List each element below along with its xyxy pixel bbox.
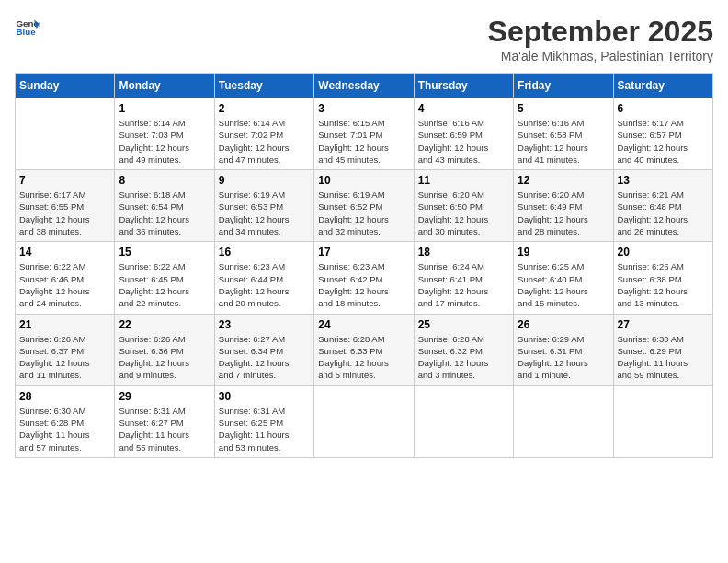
day-number: 5	[518, 102, 609, 115]
day-number: 29	[119, 390, 210, 403]
day-number: 18	[418, 246, 509, 259]
calendar-week-1: 1Sunrise: 6:14 AM Sunset: 7:03 PM Daylig…	[16, 98, 713, 170]
day-number: 28	[19, 390, 110, 403]
calendar-cell: 2Sunrise: 6:14 AM Sunset: 7:02 PM Daylig…	[214, 98, 313, 170]
calendar-week-3: 14Sunrise: 6:22 AM Sunset: 6:46 PM Dayli…	[16, 242, 713, 314]
calendar-header-monday: Monday	[115, 74, 214, 98]
month-title: September 2025	[488, 15, 713, 49]
calendar-cell: 22Sunrise: 6:26 AM Sunset: 6:36 PM Dayli…	[115, 314, 214, 385]
day-number: 26	[518, 318, 609, 331]
calendar-cell: 15Sunrise: 6:22 AM Sunset: 6:45 PM Dayli…	[115, 242, 214, 314]
day-number: 22	[119, 318, 210, 331]
day-number: 1	[119, 102, 210, 115]
day-number: 21	[19, 318, 110, 331]
day-number: 11	[418, 174, 509, 187]
day-info: Sunrise: 6:30 AM Sunset: 6:28 PM Dayligh…	[19, 405, 110, 454]
day-info: Sunrise: 6:25 AM Sunset: 6:40 PM Dayligh…	[518, 260, 609, 309]
day-number: 25	[418, 318, 509, 331]
day-number: 23	[219, 318, 310, 331]
day-number: 9	[219, 174, 310, 187]
day-info: Sunrise: 6:20 AM Sunset: 6:50 PM Dayligh…	[418, 189, 509, 237]
day-info: Sunrise: 6:15 AM Sunset: 7:01 PM Dayligh…	[318, 117, 409, 166]
calendar-cell: 21Sunrise: 6:26 AM Sunset: 6:37 PM Dayli…	[16, 314, 115, 385]
day-number: 30	[219, 390, 310, 403]
day-info: Sunrise: 6:16 AM Sunset: 6:58 PM Dayligh…	[518, 117, 609, 166]
day-number: 17	[318, 246, 409, 259]
calendar-cell: 28Sunrise: 6:30 AM Sunset: 6:28 PM Dayli…	[16, 385, 115, 457]
day-number: 14	[19, 246, 110, 259]
calendar-cell	[514, 385, 613, 457]
day-info: Sunrise: 6:29 AM Sunset: 6:31 PM Dayligh…	[518, 333, 609, 382]
calendar-cell: 25Sunrise: 6:28 AM Sunset: 6:32 PM Dayli…	[414, 314, 513, 385]
day-number: 2	[219, 102, 310, 115]
calendar-cell: 9Sunrise: 6:19 AM Sunset: 6:53 PM Daylig…	[214, 170, 313, 242]
calendar-cell: 5Sunrise: 6:16 AM Sunset: 6:58 PM Daylig…	[514, 98, 613, 170]
day-number: 6	[618, 102, 709, 115]
calendar-cell	[16, 98, 115, 170]
location-title: Ma'ale Mikhmas, Palestinian Territory	[488, 49, 713, 63]
calendar-week-5: 28Sunrise: 6:30 AM Sunset: 6:28 PM Dayli…	[16, 385, 713, 457]
day-info: Sunrise: 6:27 AM Sunset: 6:34 PM Dayligh…	[219, 333, 310, 382]
day-info: Sunrise: 6:31 AM Sunset: 6:25 PM Dayligh…	[219, 405, 310, 454]
calendar-cell	[314, 385, 414, 457]
day-info: Sunrise: 6:28 AM Sunset: 6:33 PM Dayligh…	[318, 333, 409, 382]
calendar-cell: 10Sunrise: 6:19 AM Sunset: 6:52 PM Dayli…	[314, 170, 414, 242]
calendar-cell: 7Sunrise: 6:17 AM Sunset: 6:55 PM Daylig…	[16, 170, 115, 242]
day-number: 12	[518, 174, 609, 187]
calendar-week-2: 7Sunrise: 6:17 AM Sunset: 6:55 PM Daylig…	[16, 170, 713, 242]
day-info: Sunrise: 6:17 AM Sunset: 6:55 PM Dayligh…	[19, 189, 110, 237]
calendar-table: SundayMondayTuesdayWednesdayThursdayFrid…	[15, 73, 713, 458]
day-info: Sunrise: 6:26 AM Sunset: 6:36 PM Dayligh…	[119, 333, 210, 382]
calendar-cell: 16Sunrise: 6:23 AM Sunset: 6:44 PM Dayli…	[214, 242, 313, 314]
calendar-header-friday: Friday	[514, 74, 613, 98]
calendar-week-4: 21Sunrise: 6:26 AM Sunset: 6:37 PM Dayli…	[16, 314, 713, 385]
day-number: 19	[518, 246, 609, 259]
calendar-header-row: SundayMondayTuesdayWednesdayThursdayFrid…	[16, 74, 713, 98]
day-number: 4	[418, 102, 509, 115]
day-info: Sunrise: 6:23 AM Sunset: 6:42 PM Dayligh…	[318, 260, 409, 309]
day-info: Sunrise: 6:18 AM Sunset: 6:54 PM Dayligh…	[119, 189, 210, 237]
day-info: Sunrise: 6:25 AM Sunset: 6:38 PM Dayligh…	[618, 260, 709, 309]
calendar-cell: 1Sunrise: 6:14 AM Sunset: 7:03 PM Daylig…	[115, 98, 214, 170]
calendar-cell: 17Sunrise: 6:23 AM Sunset: 6:42 PM Dayli…	[314, 242, 414, 314]
calendar-cell: 29Sunrise: 6:31 AM Sunset: 6:27 PM Dayli…	[115, 385, 214, 457]
calendar-cell: 11Sunrise: 6:20 AM Sunset: 6:50 PM Dayli…	[414, 170, 513, 242]
calendar-cell: 19Sunrise: 6:25 AM Sunset: 6:40 PM Dayli…	[514, 242, 613, 314]
calendar-cell	[414, 385, 513, 457]
day-number: 20	[618, 246, 709, 259]
calendar-cell: 20Sunrise: 6:25 AM Sunset: 6:38 PM Dayli…	[613, 242, 712, 314]
day-info: Sunrise: 6:26 AM Sunset: 6:37 PM Dayligh…	[19, 333, 110, 382]
logo: General Blue	[15, 15, 40, 40]
day-info: Sunrise: 6:30 AM Sunset: 6:29 PM Dayligh…	[618, 333, 709, 382]
title-block: September 2025 Ma'ale Mikhmas, Palestini…	[488, 15, 713, 63]
day-info: Sunrise: 6:21 AM Sunset: 6:48 PM Dayligh…	[618, 189, 709, 237]
day-info: Sunrise: 6:19 AM Sunset: 6:52 PM Dayligh…	[318, 189, 409, 237]
calendar-cell	[613, 385, 712, 457]
day-info: Sunrise: 6:20 AM Sunset: 6:49 PM Dayligh…	[518, 189, 609, 237]
day-info: Sunrise: 6:17 AM Sunset: 6:57 PM Dayligh…	[618, 117, 709, 166]
calendar-cell: 14Sunrise: 6:22 AM Sunset: 6:46 PM Dayli…	[16, 242, 115, 314]
day-info: Sunrise: 6:28 AM Sunset: 6:32 PM Dayligh…	[418, 333, 509, 382]
day-info: Sunrise: 6:24 AM Sunset: 6:41 PM Dayligh…	[418, 260, 509, 309]
page-header: General Blue September 2025 Ma'ale Mikhm…	[15, 15, 713, 63]
day-info: Sunrise: 6:23 AM Sunset: 6:44 PM Dayligh…	[219, 260, 310, 309]
day-number: 24	[318, 318, 409, 331]
calendar-cell: 23Sunrise: 6:27 AM Sunset: 6:34 PM Dayli…	[214, 314, 313, 385]
calendar-cell: 6Sunrise: 6:17 AM Sunset: 6:57 PM Daylig…	[613, 98, 712, 170]
svg-text:Blue: Blue	[16, 27, 36, 37]
calendar-cell: 18Sunrise: 6:24 AM Sunset: 6:41 PM Dayli…	[414, 242, 513, 314]
day-number: 10	[318, 174, 409, 187]
day-number: 7	[19, 174, 110, 187]
day-number: 16	[219, 246, 310, 259]
calendar-cell: 8Sunrise: 6:18 AM Sunset: 6:54 PM Daylig…	[115, 170, 214, 242]
day-number: 27	[618, 318, 709, 331]
day-info: Sunrise: 6:19 AM Sunset: 6:53 PM Dayligh…	[219, 189, 310, 237]
day-number: 15	[119, 246, 210, 259]
day-number: 13	[618, 174, 709, 187]
calendar-cell: 27Sunrise: 6:30 AM Sunset: 6:29 PM Dayli…	[613, 314, 712, 385]
calendar-cell: 30Sunrise: 6:31 AM Sunset: 6:25 PM Dayli…	[214, 385, 313, 457]
day-info: Sunrise: 6:14 AM Sunset: 7:02 PM Dayligh…	[219, 117, 310, 166]
day-info: Sunrise: 6:22 AM Sunset: 6:46 PM Dayligh…	[19, 260, 110, 309]
day-number: 8	[119, 174, 210, 187]
day-number: 3	[318, 102, 409, 115]
